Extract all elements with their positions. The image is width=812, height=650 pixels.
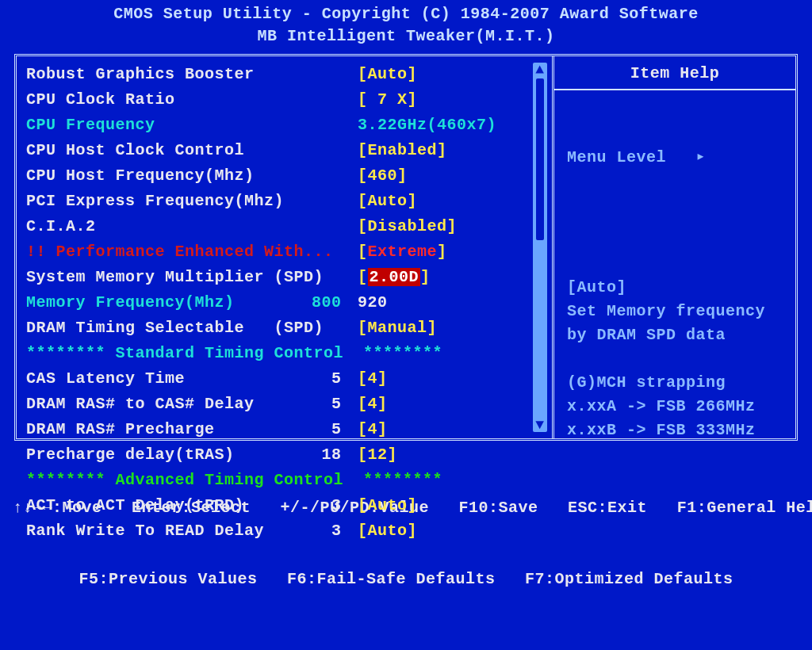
setting-value[interactable]: [2.00D] (358, 266, 431, 289)
setting-row[interactable]: System Memory Multiplier (SPD) [2.00D] (26, 266, 530, 289)
setting-value[interactable]: [Disabled] (358, 215, 457, 239)
setting-label: ACT to ACT Delay(tRRD) (26, 494, 312, 518)
setting-row[interactable]: Robust Graphics Booster [Auto] (26, 63, 530, 86)
setting-label: CPU Clock Ratio (26, 88, 312, 112)
setting-row[interactable]: PCI Express Frequency(Mhz) [Auto] (26, 189, 530, 213)
setting-default (312, 240, 358, 264)
setting-label: Precharge delay(tRAS) (26, 443, 312, 467)
section-header: ******** Advanced Timing Control *******… (26, 468, 442, 492)
setting-row[interactable]: Precharge delay(tRAS) 18 [12] (26, 443, 530, 467)
setting-default (312, 63, 358, 86)
setting-default (312, 113, 358, 137)
setting-row[interactable]: CPU Clock Ratio [ 7 X] (26, 88, 530, 112)
setting-default (312, 266, 358, 289)
setting-default (312, 139, 358, 162)
setting-value[interactable]: [Auto] (358, 519, 417, 543)
setting-row[interactable]: C.I.A.2 [Disabled] (26, 215, 530, 239)
setting-value[interactable]: [4] (358, 367, 388, 391)
setting-row: ******** Advanced Timing Control *******… (26, 468, 530, 492)
setting-label: DRAM RAS# to CAS# Delay (26, 392, 312, 416)
settings-rows: Robust Graphics Booster [Auto]CPU Clock … (26, 63, 530, 432)
setting-label: !! Performance Enhanced With... (26, 240, 312, 264)
setting-default: 18 (312, 443, 358, 467)
help-panel: Item Help Menu Level ▸ [Auto] Set Memory… (554, 56, 795, 438)
setting-row[interactable]: CAS Latency Time 5 [4] (26, 367, 530, 391)
setting-value[interactable]: [4] (358, 418, 388, 442)
header-line2: MB Intelligent Tweaker(M.I.T.) (6, 25, 806, 48)
setting-label: System Memory Multiplier (SPD) (26, 266, 312, 289)
menu-level-row: Menu Level ▸ (567, 146, 787, 170)
setting-label: PCI Express Frequency(Mhz) (26, 189, 312, 213)
setting-row[interactable]: Rank Write To READ Delay 3 [Auto] (26, 519, 530, 543)
scroll-up-icon[interactable]: ▲ (533, 63, 547, 77)
setting-default: 800 (312, 291, 358, 315)
help-title: Item Help (554, 56, 795, 90)
setting-value[interactable]: [Auto] (358, 63, 417, 86)
setting-value[interactable]: [Extreme] (358, 240, 447, 264)
header-line1: CMOS Setup Utility - Copyright (C) 1984-… (6, 3, 806, 25)
setting-value[interactable]: [460] (358, 164, 408, 188)
footer-line2: F5:Previous Values F6:Fail-Safe Defaults… (13, 568, 799, 591)
setting-row[interactable]: CPU Host Frequency(Mhz) [460] (26, 164, 530, 188)
setting-label: Rank Write To READ Delay (26, 519, 312, 543)
setting-value[interactable]: [4] (358, 392, 388, 416)
scroll-down-icon[interactable]: ▼ (533, 418, 547, 432)
setting-row[interactable]: DRAM Timing Selectable (SPD) [Manual] (26, 316, 530, 340)
main-frame: Robust Graphics Booster [Auto]CPU Clock … (14, 54, 798, 441)
help-body: Menu Level ▸ [Auto] Set Memory frequency… (554, 90, 795, 438)
setting-default: 5 (312, 392, 358, 416)
setting-default: 3 (312, 519, 358, 543)
setting-value[interactable]: 920 (358, 291, 388, 315)
setting-value[interactable]: [Auto] (358, 494, 417, 518)
setting-value[interactable]: [12] (358, 443, 397, 467)
header: CMOS Setup Utility - Copyright (C) 1984-… (0, 3, 812, 51)
setting-value[interactable]: [Auto] (358, 189, 417, 213)
setting-default (312, 215, 358, 239)
setting-value[interactable]: [Enabled] (358, 139, 447, 162)
setting-value[interactable]: 3.22GHz(460x7) (358, 113, 496, 137)
setting-label: CPU Frequency (26, 113, 312, 137)
setting-label: CPU Host Frequency(Mhz) (26, 164, 312, 188)
section-header: ******** Standard Timing Control *******… (26, 342, 442, 365)
setting-row[interactable]: Memory Frequency(Mhz)800 920 (26, 291, 530, 315)
setting-label: Memory Frequency(Mhz) (26, 291, 312, 315)
setting-row[interactable]: DRAM RAS# to CAS# Delay 5 [4] (26, 392, 530, 416)
scrollbar[interactable]: ▲ ▼ (533, 63, 547, 432)
setting-label: DRAM Timing Selectable (SPD) (26, 316, 312, 340)
setting-row: ******** Standard Timing Control *******… (26, 342, 530, 365)
setting-row[interactable]: !! Performance Enhanced With... [Extreme… (26, 240, 530, 264)
scroll-thumb[interactable] (536, 78, 544, 240)
setting-default: 3 (312, 494, 358, 518)
setting-default (312, 189, 358, 213)
setting-value[interactable]: [Manual] (358, 316, 437, 340)
bios-screen: CMOS Setup Utility - Copyright (C) 1984-… (0, 0, 812, 650)
setting-label: DRAM RAS# Precharge (26, 418, 312, 442)
setting-value[interactable]: [ 7 X] (358, 88, 417, 112)
setting-default (312, 164, 358, 188)
setting-row[interactable]: CPU Host Clock Control [Enabled] (26, 139, 530, 162)
setting-default: 5 (312, 367, 358, 391)
setting-row[interactable]: CPU Frequency 3.22GHz(460x7) (26, 113, 530, 137)
menu-level-label: Menu Level (567, 148, 666, 166)
menu-level-arrow-icon: ▸ (696, 145, 707, 169)
settings-panel: Robust Graphics Booster [Auto]CPU Clock … (17, 56, 552, 438)
setting-label: CAS Latency Time (26, 367, 312, 391)
setting-default (312, 316, 358, 340)
setting-label: C.I.A.2 (26, 215, 312, 239)
setting-row[interactable]: DRAM RAS# Precharge 5 [4] (26, 418, 530, 442)
scroll-track[interactable] (533, 77, 547, 418)
setting-row[interactable]: ACT to ACT Delay(tRRD) 3 [Auto] (26, 494, 530, 518)
setting-label: CPU Host Clock Control (26, 139, 312, 162)
setting-default (312, 88, 358, 112)
setting-label: Robust Graphics Booster (26, 63, 312, 86)
setting-default: 5 (312, 418, 358, 442)
help-body-text: [Auto] Set Memory frequency by DRAM SPD … (567, 276, 787, 438)
